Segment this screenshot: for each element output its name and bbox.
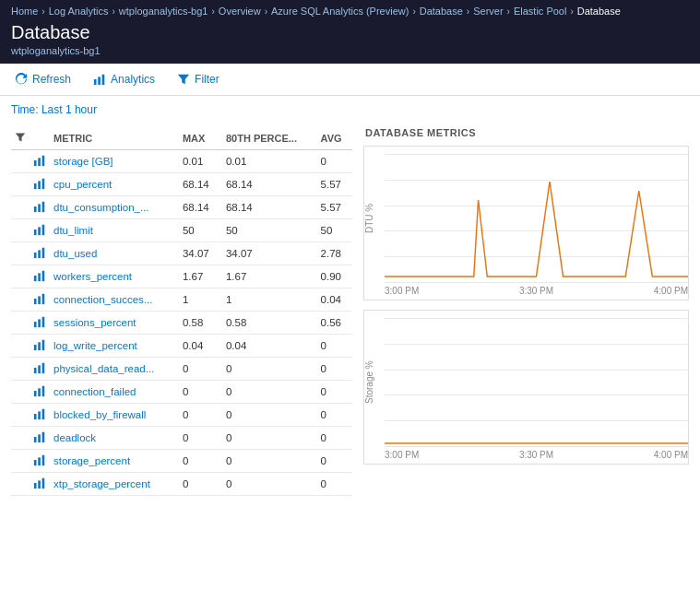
- table-row[interactable]: blocked_by_firewall000: [11, 404, 352, 427]
- svg-rect-44: [42, 455, 45, 465]
- col-header-icon: [30, 127, 48, 150]
- chart2-svg: [385, 318, 688, 447]
- svg-rect-22: [38, 296, 41, 304]
- metrics-table-section: METRIC MAX 80TH PERCE... AVG storage [GB…: [11, 127, 352, 496]
- chart-section-title: DATABASE METRICS: [363, 127, 689, 138]
- svg-rect-26: [42, 317, 45, 327]
- table-row[interactable]: dtu_consumption_...68.1468.145.57: [11, 196, 352, 219]
- bar-chart-icon: [33, 223, 46, 236]
- table-row[interactable]: workers_percent1.671.670.90: [11, 265, 352, 288]
- table-row[interactable]: log_write_percent0.040.040: [11, 335, 352, 358]
- svg-rect-21: [34, 299, 37, 304]
- svg-rect-24: [34, 322, 37, 327]
- svg-rect-47: [42, 478, 45, 488]
- row-icon-cell: [30, 381, 48, 404]
- row-filter-cell: [11, 473, 30, 496]
- breadcrumb-elastic-pool[interactable]: Elastic Pool: [514, 6, 566, 17]
- row-p80: 0: [220, 404, 315, 427]
- table-row[interactable]: storage [GB]0.010.010: [11, 150, 352, 173]
- row-avg: 0: [315, 450, 352, 473]
- row-p80: 0: [220, 427, 315, 450]
- table-row[interactable]: sessions_percent0.580.580.56: [11, 312, 352, 335]
- row-metric: storage [GB]: [48, 150, 177, 173]
- row-icon-cell: [30, 335, 48, 358]
- bar-chart-icon: [33, 200, 46, 213]
- breadcrumb: Home › Log Analytics › wtploganalytics-b…: [11, 0, 689, 18]
- row-filter-cell: [11, 173, 30, 196]
- breadcrumb-log-analytics[interactable]: Log Analytics: [49, 6, 109, 17]
- filter-button[interactable]: Filter: [173, 71, 223, 88]
- row-metric: storage_percent: [48, 450, 177, 473]
- row-metric: log_write_percent: [48, 335, 177, 358]
- table-filter-icon[interactable]: [15, 132, 26, 143]
- svg-rect-15: [34, 253, 37, 258]
- row-max: 0: [177, 427, 220, 450]
- table-row[interactable]: connection_succes...110.04: [11, 288, 352, 312]
- bar-chart-icon: [33, 246, 46, 259]
- refresh-button[interactable]: Refresh: [11, 71, 75, 88]
- svg-rect-46: [38, 480, 41, 488]
- bar-chart-icon: [33, 384, 46, 397]
- row-icon-cell: [30, 427, 48, 450]
- row-max: 0: [177, 358, 220, 381]
- bar-chart-icon: [33, 361, 46, 374]
- table-row[interactable]: storage_percent000: [11, 450, 352, 473]
- svg-rect-1: [98, 76, 101, 85]
- col-header-metric: METRIC: [48, 127, 177, 150]
- table-row[interactable]: physical_data_read...000: [11, 358, 352, 381]
- svg-rect-12: [34, 230, 37, 235]
- row-metric: dtu_used: [48, 242, 177, 265]
- row-p80: 0: [220, 358, 315, 381]
- metrics-table: METRIC MAX 80TH PERCE... AVG storage [GB…: [11, 127, 352, 496]
- refresh-icon: [15, 73, 28, 86]
- svg-rect-9: [34, 206, 37, 212]
- row-filter-cell: [11, 381, 30, 404]
- table-row[interactable]: cpu_percent68.1468.145.57: [11, 173, 352, 196]
- table-row[interactable]: dtu_used34.0734.072.78: [11, 242, 352, 265]
- breadcrumb-overview[interactable]: Overview: [219, 6, 261, 17]
- svg-rect-4: [38, 158, 41, 166]
- row-max: 0: [177, 404, 220, 427]
- bar-chart-icon: [33, 477, 46, 489]
- svg-rect-38: [42, 409, 45, 419]
- breadcrumb-workspace[interactable]: wtploganalytics-bg1: [119, 6, 208, 17]
- row-p80: 0.58: [220, 312, 315, 335]
- row-max: 34.07: [177, 242, 220, 265]
- col-header-p80: 80TH PERCE...: [220, 127, 315, 150]
- svg-rect-20: [42, 271, 45, 281]
- row-icon-cell: [30, 265, 48, 288]
- row-filter-cell: [11, 450, 30, 473]
- chart2-x-axis: 3:00 PM 3:30 PM 4:00 PM: [364, 447, 688, 460]
- row-max: 68.14: [177, 196, 220, 219]
- table-row[interactable]: dtu_limit505050: [11, 219, 352, 242]
- row-p80: 68.14: [220, 173, 315, 196]
- row-icon-cell: [30, 173, 48, 196]
- row-avg: 0.56: [315, 312, 352, 335]
- svg-rect-6: [34, 183, 37, 189]
- breadcrumb-database[interactable]: Database: [420, 6, 463, 17]
- breadcrumb-home[interactable]: Home: [11, 6, 38, 17]
- time-value[interactable]: Last 1 hour: [42, 103, 97, 116]
- bar-chart-icon: [33, 338, 46, 351]
- row-avg: 5.57: [315, 173, 352, 196]
- row-filter-cell: [11, 196, 30, 219]
- row-avg: 0: [315, 404, 352, 427]
- row-filter-cell: [11, 288, 30, 312]
- filter-icon: [177, 73, 190, 86]
- bar-chart-icon: [33, 430, 46, 443]
- svg-rect-10: [38, 204, 41, 212]
- breadcrumb-sql-analytics[interactable]: Azure SQL Analytics (Preview): [271, 6, 409, 17]
- svg-rect-39: [34, 437, 37, 442]
- breadcrumb-server[interactable]: Server: [473, 6, 503, 17]
- analytics-button[interactable]: Analytics: [89, 71, 159, 88]
- bar-chart-icon: [33, 407, 46, 420]
- svg-rect-30: [34, 368, 37, 373]
- row-avg: 0: [315, 427, 352, 450]
- row-metric: deadlock: [48, 427, 177, 450]
- row-max: 1.67: [177, 265, 220, 288]
- table-row[interactable]: deadlock000: [11, 427, 352, 450]
- table-row[interactable]: xtp_storage_percent000: [11, 473, 352, 496]
- row-max: 0: [177, 473, 220, 496]
- table-row[interactable]: connection_failed000: [11, 381, 352, 404]
- svg-rect-0: [94, 79, 97, 85]
